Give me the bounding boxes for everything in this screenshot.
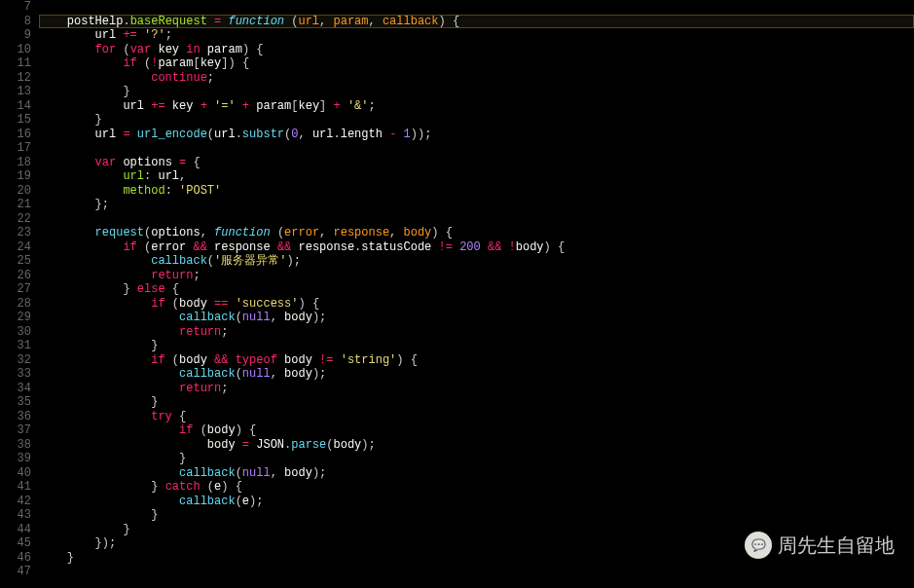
token-str: '=': [214, 99, 236, 113]
token-kw: else: [137, 282, 165, 296]
token-plain: [481, 240, 488, 254]
token-call: request: [95, 226, 144, 239]
token-str: '&': [347, 99, 369, 113]
token-kw: if: [151, 297, 165, 311]
token-pn: }: [95, 113, 102, 127]
token-id: baseRequest: [130, 15, 207, 28]
token-pn: ): [396, 353, 403, 367]
token-pn: {: [193, 156, 200, 169]
code-line[interactable]: for (var key in param) {: [39, 43, 914, 57]
code-line[interactable]: if (body) {: [39, 423, 914, 438]
code-line[interactable]: if (!param[key]) {: [39, 56, 914, 71]
token-op: =: [123, 128, 129, 141]
token-op: +=: [123, 28, 136, 42]
code-line[interactable]: if (body == 'success') {: [39, 297, 914, 312]
token-plain: [334, 353, 341, 367]
token-plain: [137, 240, 144, 254]
token-plain: [271, 226, 277, 239]
token-plain: [193, 423, 200, 437]
token-pn: });: [95, 536, 117, 550]
line-number: 43: [0, 508, 31, 523]
token-plain: body: [179, 353, 214, 367]
token-pn: (: [236, 466, 242, 480]
code-line[interactable]: };: [39, 198, 914, 212]
token-op: +: [201, 99, 207, 113]
code-line[interactable]: callback(e);: [39, 495, 914, 509]
token-plain: [228, 353, 235, 367]
code-line[interactable]: callback(null, body);: [39, 311, 914, 325]
code-line[interactable]: [39, 565, 914, 579]
token-plain: [228, 480, 235, 494]
line-number: 8: [0, 15, 31, 29]
code-line[interactable]: try {: [39, 410, 914, 424]
token-plain: body: [284, 367, 312, 381]
token-pn: }: [151, 508, 158, 522]
code-line[interactable]: }: [39, 395, 914, 410]
code-line[interactable]: [39, 141, 914, 156]
code-line[interactable]: method: 'POST': [39, 184, 914, 199]
token-pn: [: [193, 56, 200, 70]
code-line[interactable]: }: [39, 452, 914, 466]
code-line[interactable]: url: url,: [39, 169, 914, 184]
line-number: 41: [0, 480, 31, 495]
code-line[interactable]: if (body && typeof body != 'string') {: [39, 353, 914, 368]
token-fn: function: [214, 226, 271, 239]
token-pn: }: [151, 395, 158, 409]
code-line[interactable]: body = JSON.parse(body);: [39, 438, 914, 453]
token-kw: for: [95, 43, 117, 56]
token-plain: [236, 99, 242, 113]
token-pn: (: [207, 254, 214, 268]
token-pn: }: [179, 452, 186, 465]
code-line[interactable]: callback(null, body);: [39, 466, 914, 481]
token-plain: [207, 15, 214, 28]
code-area[interactable]: postHelp.baseRequest = function (url, pa…: [39, 0, 914, 588]
code-line[interactable]: var options = {: [39, 156, 914, 170]
token-plain: [326, 99, 333, 113]
token-plain: body: [207, 423, 236, 437]
token-op: !=: [319, 353, 333, 367]
code-line[interactable]: }: [39, 85, 914, 99]
code-line[interactable]: callback(null, body);: [39, 367, 914, 382]
token-plain: [39, 353, 151, 367]
code-line[interactable]: url += key + '=' + param[key] + '&';: [39, 99, 914, 114]
token-kw: typeof: [236, 353, 277, 367]
token-plain: [39, 508, 151, 522]
code-line[interactable]: return;: [39, 382, 914, 396]
code-line[interactable]: continue;: [39, 71, 914, 86]
code-line[interactable]: }: [39, 113, 914, 128]
token-plain: [39, 466, 179, 480]
token-op: !: [509, 240, 516, 254]
code-line[interactable]: [39, 212, 914, 227]
code-line[interactable]: }: [39, 339, 914, 353]
line-number: 18: [0, 156, 31, 170]
code-line[interactable]: url = url_encode(url.substr(0, url.lengt…: [39, 128, 914, 142]
token-plain: [165, 297, 172, 311]
token-pn: {: [558, 240, 565, 254]
code-line[interactable]: } else {: [39, 282, 914, 297]
code-line[interactable]: postHelp.baseRequest = function (url, pa…: [39, 15, 914, 29]
token-pn: {: [446, 226, 453, 239]
code-line[interactable]: request(options, function (error, respon…: [39, 226, 914, 240]
line-number: 14: [0, 99, 31, 114]
token-pn: ,: [369, 15, 383, 28]
token-call: substr: [242, 128, 284, 141]
token-plain: [39, 339, 151, 352]
code-line[interactable]: return;: [39, 269, 914, 283]
token-call: callback: [151, 254, 207, 268]
code-line[interactable]: } catch (e) {: [39, 480, 914, 495]
token-pn: }: [123, 523, 129, 536]
code-line[interactable]: }: [39, 508, 914, 523]
token-plain: param: [201, 43, 242, 56]
code-line[interactable]: if (error && response && response.status…: [39, 240, 914, 255]
token-plain: JSON: [249, 438, 284, 452]
code-line[interactable]: return;: [39, 325, 914, 340]
code-line[interactable]: callback('服务器异常');: [39, 254, 914, 269]
token-pn: ,: [201, 226, 214, 239]
code-editor[interactable]: 7891011121314151617181920212223242526272…: [0, 0, 914, 588]
token-var: url: [298, 15, 319, 28]
code-line[interactable]: url += '?';: [39, 28, 914, 43]
token-pn: ): [431, 226, 438, 239]
token-op: &&: [214, 353, 228, 367]
code-line[interactable]: [39, 0, 914, 15]
token-call: callback: [179, 367, 236, 381]
